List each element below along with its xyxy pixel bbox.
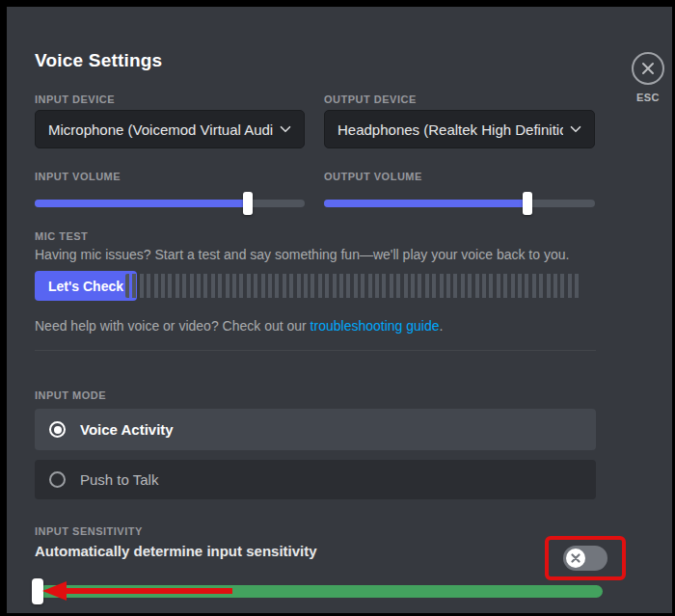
annotation-highlight-rect	[545, 536, 626, 580]
output-device-label: OUTPUT DEVICE	[324, 94, 417, 105]
mode-option-label: Push to Talk	[80, 471, 158, 488]
help-text: Need help with voice or video? Check out…	[35, 318, 443, 334]
page-title: Voice Settings	[35, 50, 162, 71]
output-volume-label: OUTPUT VOLUME	[324, 171, 422, 182]
toggle-x-icon	[571, 553, 580, 563]
input-volume-label: INPUT VOLUME	[35, 171, 121, 182]
input-mode-label: INPUT MODE	[35, 389, 106, 401]
voice-settings-panel: Voice Settings ESC INPUT DEVICE OUTPUT D…	[7, 7, 672, 613]
input-volume-slider[interactable]	[35, 200, 305, 207]
slider-fill	[324, 200, 527, 207]
input-mode-option-push-to-talk[interactable]: Push to Talk	[35, 460, 596, 499]
help-text-before: Need help with voice or video? Check out…	[35, 318, 310, 334]
input-device-select[interactable]: Microphone (Voicemod Virtual Audio |	[35, 110, 305, 148]
esc-label: ESC	[628, 92, 668, 103]
output-volume-handle[interactable]	[523, 192, 532, 215]
chevron-down-icon	[567, 121, 584, 138]
section-divider	[35, 350, 596, 351]
close-button[interactable]	[632, 52, 664, 85]
toggle-off-knob	[566, 549, 585, 568]
mode-option-label: Voice Activity	[80, 421, 174, 438]
auto-sensitivity-label: Automatically determine input sensitivit…	[35, 543, 317, 559]
annotation-arrow-body	[63, 588, 232, 594]
screenshot-frame: Voice Settings ESC INPUT DEVICE OUTPUT D…	[0, 0, 675, 616]
output-device-select[interactable]: Headphones (Realtek High Definition /	[324, 110, 595, 148]
help-text-after: .	[440, 318, 444, 334]
input-sensitivity-label: INPUT SENSITIVITY	[35, 525, 143, 537]
close-icon	[641, 62, 655, 75]
output-device-value: Headphones (Realtek High Definition /	[338, 121, 563, 138]
mic-test-description: Having mic issues? Start a test and say …	[35, 247, 569, 262]
lets-check-button[interactable]: Let's Check	[35, 271, 137, 301]
radio-unselected-icon	[49, 471, 66, 488]
slider-fill	[35, 200, 248, 207]
input-mode-option-voice-activity[interactable]: Voice Activity	[35, 409, 596, 450]
chevron-down-icon	[277, 121, 294, 138]
mic-level-meter	[125, 274, 580, 298]
troubleshooting-guide-link[interactable]: troubleshooting guide	[310, 318, 440, 334]
input-volume-handle[interactable]	[243, 192, 253, 215]
input-device-label: INPUT DEVICE	[35, 94, 115, 105]
auto-sensitivity-toggle[interactable]	[563, 546, 608, 571]
output-volume-slider[interactable]	[324, 200, 595, 207]
input-device-value: Microphone (Voicemod Virtual Audio |	[48, 121, 273, 138]
radio-selected-icon	[49, 421, 66, 438]
mic-test-label: MIC TEST	[35, 230, 88, 242]
